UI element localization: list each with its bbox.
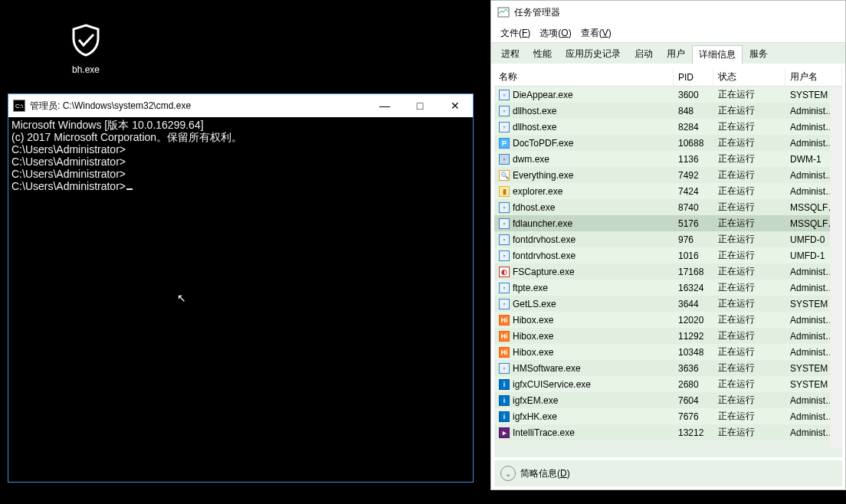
table-row[interactable]: 🔍Everything.exe7492正在运行Administrator xyxy=(494,167,842,183)
process-status: 正在运行 xyxy=(713,120,785,133)
process-status: 正在运行 xyxy=(713,104,785,117)
horizontal-scrollbar[interactable] xyxy=(830,436,842,448)
table-row[interactable]: PDocToPDF.exe10688正在运行Administrator xyxy=(494,135,842,151)
table-row[interactable]: ▫fdhost.exe8740正在运行MSSQLFDLauncher xyxy=(494,199,842,215)
process-name: fdhost.exe xyxy=(513,202,555,213)
process-pid: 7604 xyxy=(674,395,713,406)
table-row[interactable]: ▮explorer.exe7424正在运行Administrator xyxy=(494,183,842,199)
tab-2[interactable]: 应用历史记录 xyxy=(559,44,628,64)
taskmgr-body: 名称 PID 状态 用户名 ▫DieAppear.exe3600正在运行SYST… xyxy=(494,68,842,457)
table-row[interactable]: iigfxCUIService.exe2680正在运行SYSTEM xyxy=(494,376,842,392)
process-status: 正在运行 xyxy=(713,313,785,326)
process-icon: Hi xyxy=(499,315,510,326)
expand-button[interactable]: ⌄ xyxy=(500,466,516,481)
table-row[interactable]: ▫ftpte.exe16324正在运行Administrator xyxy=(494,280,842,296)
table-row[interactable]: ▫fontdrvhost.exe976正在运行UMFD-0 xyxy=(494,231,842,247)
table-row[interactable]: ◐FSCapture.exe17168正在运行Administrator xyxy=(494,263,842,280)
menu-view[interactable]: 查看(V) xyxy=(578,25,615,41)
table-row[interactable]: ▫fdlauncher.exe5176正在运行MSSQLFDLauncher xyxy=(494,215,842,231)
process-name: GetLS.exe xyxy=(513,299,556,309)
process-name: igfxEM.exe xyxy=(513,395,558,406)
process-icon: 🔍 xyxy=(499,170,510,181)
process-status: 正在运行 xyxy=(713,136,785,149)
tab-5[interactable]: 详细信息 xyxy=(692,45,743,64)
process-status: 正在运行 xyxy=(713,201,785,214)
process-pid: 8284 xyxy=(674,122,713,133)
table-row[interactable]: ▫dwm.exe1136正在运行DWM-1 xyxy=(494,151,842,167)
column-pid[interactable]: PID xyxy=(674,68,713,86)
tab-3[interactable]: 启动 xyxy=(628,44,660,64)
taskmgr-titlebar[interactable]: 任务管理器 xyxy=(491,1,845,24)
process-icon: Hi xyxy=(499,331,510,342)
table-row[interactable]: ▫HMSoftware.exe3636正在运行SYSTEM xyxy=(494,360,842,376)
table-row[interactable]: HiHibox.exe10348正在运行Administrator xyxy=(494,344,842,360)
process-icon: ▫ xyxy=(499,363,510,374)
process-name: dllhost.exe xyxy=(513,122,556,133)
cmd-titlebar[interactable]: C:\ 管理员: C:\Windows\system32\cmd.exe — □… xyxy=(8,94,473,117)
process-pid: 16324 xyxy=(674,283,713,293)
vertical-scrollbar[interactable] xyxy=(830,88,842,448)
process-status: 正在运行 xyxy=(713,233,785,246)
process-name: ftpte.exe xyxy=(513,283,548,293)
tab-0[interactable]: 进程 xyxy=(494,44,526,64)
table-row[interactable]: HiHibox.exe11292正在运行Administrator xyxy=(494,328,842,344)
process-status: 正在运行 xyxy=(713,297,785,310)
process-pid: 7492 xyxy=(674,170,713,181)
process-icon: ◐ xyxy=(499,267,510,277)
task-manager-window[interactable]: 任务管理器 文件(F) 选项(O) 查看(V) 进程性能应用历史记录启动用户详细… xyxy=(490,0,846,490)
process-pid: 7424 xyxy=(674,186,713,197)
process-icon: Hi xyxy=(499,347,510,358)
table-row[interactable]: ▸IntelliTrace.exe13212正在运行Administrator xyxy=(494,424,842,440)
process-name: igfxCUIService.exe xyxy=(513,379,591,390)
tab-4[interactable]: 用户 xyxy=(660,44,692,64)
cmd-output[interactable]: Microsoft Windows [版本 10.0.16299.64](c) … xyxy=(8,117,473,195)
table-row[interactable]: ▫dllhost.exe8284正在运行Administrator xyxy=(494,119,842,135)
shield-icon xyxy=(69,23,103,57)
process-icon: ▫ xyxy=(499,250,510,261)
table-row[interactable]: HiHibox.exe12020正在运行Administrator xyxy=(494,312,842,328)
close-button[interactable]: ✕ xyxy=(438,94,473,117)
desktop-icon-bh[interactable]: bh.exe xyxy=(61,23,110,75)
process-list[interactable]: ▫DieAppear.exe3600正在运行SYSTEM▫dllhost.exe… xyxy=(494,87,842,457)
taskmgr-icon xyxy=(497,6,510,18)
table-row[interactable]: ▫DieAppear.exe3600正在运行SYSTEM xyxy=(494,87,842,103)
taskmgr-footer: ⌄ 简略信息(D) xyxy=(494,460,842,486)
process-icon: ▫ xyxy=(499,90,510,100)
process-status: 正在运行 xyxy=(713,265,785,278)
taskmgr-tabs: 进程性能应用历史记录启动用户详细信息服务 xyxy=(491,42,845,64)
process-name: IntelliTrace.exe xyxy=(513,427,575,438)
table-row[interactable]: ▫dllhost.exe848正在运行Administrator xyxy=(494,103,842,119)
process-pid: 2680 xyxy=(674,379,713,390)
process-name: Hibox.exe xyxy=(513,347,553,358)
process-icon: ▫ xyxy=(499,154,510,165)
process-icon: i xyxy=(499,395,510,406)
process-pid: 976 xyxy=(674,234,713,245)
menu-options[interactable]: 选项(O) xyxy=(536,25,574,41)
table-row[interactable]: iigfxHK.exe7676正在运行Administrator xyxy=(494,408,842,424)
table-row[interactable]: ▫fontdrvhost.exe1016正在运行UMFD-1 xyxy=(494,247,842,263)
process-name: fdlauncher.exe xyxy=(513,218,572,229)
table-row[interactable]: ▫GetLS.exe3644正在运行SYSTEM xyxy=(494,296,842,312)
process-status: 正在运行 xyxy=(713,426,785,439)
column-user[interactable]: 用户名 xyxy=(785,68,842,86)
minimize-button[interactable]: — xyxy=(367,94,402,117)
process-name: Hibox.exe xyxy=(513,331,553,342)
process-status: 正在运行 xyxy=(713,378,785,391)
process-pid: 11292 xyxy=(674,331,713,342)
cmd-title: 管理员: C:\Windows\system32\cmd.exe xyxy=(30,100,367,113)
tab-6[interactable]: 服务 xyxy=(743,44,775,64)
process-name: Hibox.exe xyxy=(513,315,553,326)
process-name: fontdrvhost.exe xyxy=(513,250,575,261)
process-status: 正在运行 xyxy=(713,281,785,294)
taskmgr-menubar: 文件(F) 选项(O) 查看(V) xyxy=(491,24,845,42)
cmd-window[interactable]: C:\ 管理员: C:\Windows\system32\cmd.exe — □… xyxy=(8,93,474,483)
column-status[interactable]: 状态 xyxy=(713,68,785,86)
footer-label[interactable]: 简略信息(D) xyxy=(520,467,570,480)
process-name: DieAppear.exe xyxy=(513,90,573,100)
column-name[interactable]: 名称 xyxy=(494,68,674,86)
table-row[interactable]: iigfxEM.exe7604正在运行Administrator xyxy=(494,392,842,408)
process-name: FSCapture.exe xyxy=(513,267,575,277)
menu-file[interactable]: 文件(F) xyxy=(497,25,533,41)
tab-1[interactable]: 性能 xyxy=(526,44,559,64)
maximize-button[interactable]: □ xyxy=(402,94,438,117)
